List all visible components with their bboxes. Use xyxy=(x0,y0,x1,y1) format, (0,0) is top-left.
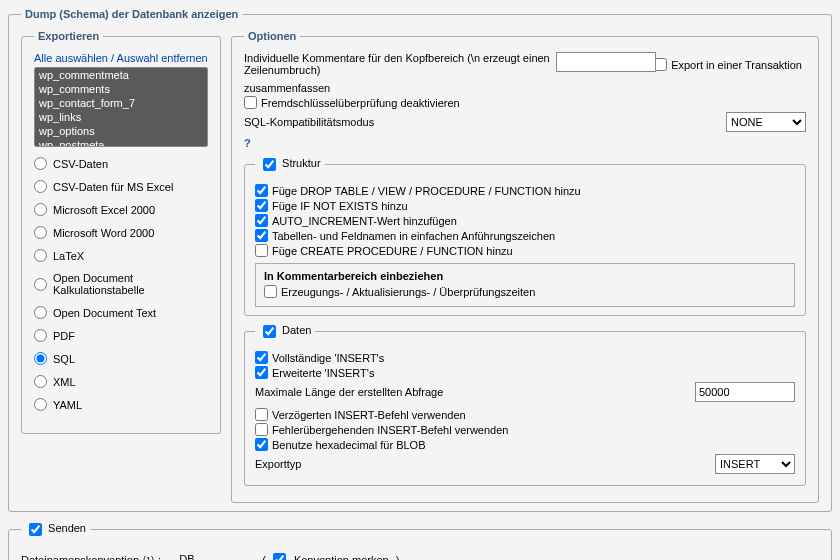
dump-schema-panel: Dump (Schema) der Datenbank anzeigen Exp… xyxy=(8,8,832,512)
sql-compat-label: SQL-Kompatibilitätsmodus xyxy=(244,116,726,128)
exporttype-select[interactable]: INSERT xyxy=(715,454,795,474)
struktur-enable-checkbox[interactable] xyxy=(263,158,276,171)
daten-legend-cb: Daten xyxy=(255,322,315,341)
select-all-link[interactable]: Alle auswählen xyxy=(34,52,108,64)
format-option[interactable]: SQL xyxy=(34,352,208,365)
table-option[interactable]: wp_links xyxy=(35,110,207,124)
createproc-checkbox[interactable] xyxy=(255,244,268,257)
table-option[interactable]: wp_postmeta xyxy=(35,138,207,147)
quotes-checkbox[interactable] xyxy=(255,229,268,242)
format-radio[interactable] xyxy=(34,329,47,342)
format-option[interactable]: Microsoft Excel 2000 xyxy=(34,203,208,216)
format-radio[interactable] xyxy=(34,278,47,291)
filename-input[interactable] xyxy=(165,553,255,560)
ignore-checkbox[interactable] xyxy=(255,423,268,436)
export-transaction-label: Export in einer Transaktion xyxy=(671,59,802,71)
comment-include-box: In Kommentarbereich einbeziehen Erzeugun… xyxy=(255,263,795,307)
disable-fk-label: Fremdschlüsselüberprüfung deaktivieren xyxy=(261,97,460,109)
format-radio[interactable] xyxy=(34,180,47,193)
format-label: SQL xyxy=(53,353,75,365)
send-enable-checkbox[interactable] xyxy=(29,523,42,536)
format-option[interactable]: CSV-Daten xyxy=(34,157,208,170)
unselect-all-link[interactable]: Auswahl entfernen xyxy=(117,52,208,64)
comment-input[interactable] xyxy=(556,52,656,72)
format-option[interactable]: Open Document Text xyxy=(34,306,208,319)
export-legend: Exportieren xyxy=(34,30,103,42)
format-radio[interactable] xyxy=(34,203,47,216)
format-label: PDF xyxy=(53,330,75,342)
comment-label: Individuelle Kommentare für den Kopfbere… xyxy=(244,52,554,76)
main-legend: Dump (Schema) der Datenbank anzeigen xyxy=(21,8,242,20)
times-checkbox[interactable] xyxy=(264,285,277,298)
format-radio[interactable] xyxy=(34,398,47,411)
disable-fk-checkbox[interactable] xyxy=(244,96,257,109)
export-transaction-checkbox[interactable] xyxy=(654,58,667,71)
format-option[interactable]: Microsoft Word 2000 xyxy=(34,226,208,239)
format-option[interactable]: YAML xyxy=(34,398,208,411)
format-label: LaTeX xyxy=(53,250,84,262)
format-radio[interactable] xyxy=(34,249,47,262)
table-option[interactable]: wp_contact_form_7 xyxy=(35,96,207,110)
table-option[interactable]: wp_commentmeta xyxy=(35,68,207,82)
hex-blob-checkbox[interactable] xyxy=(255,438,268,451)
sql-compat-select[interactable]: NONE xyxy=(726,112,806,132)
format-option[interactable]: PDF xyxy=(34,329,208,342)
complete-insert-checkbox[interactable] xyxy=(255,351,268,364)
ifnotexists-checkbox[interactable] xyxy=(255,199,268,212)
delayed-checkbox[interactable] xyxy=(255,408,268,421)
format-label: XML xyxy=(53,376,76,388)
format-label: CSV-Daten xyxy=(53,158,108,170)
table-option[interactable]: wp_comments xyxy=(35,82,207,96)
send-legend-cb: Senden xyxy=(21,520,90,539)
remember-label: Konvention merken xyxy=(294,554,389,561)
help-icon[interactable]: ? xyxy=(244,137,251,149)
filename-label: Dateinamenskonvention xyxy=(21,554,139,561)
filename-sup: (1) xyxy=(143,555,154,561)
format-radio[interactable] xyxy=(34,375,47,388)
exporttype-label: Exporttyp xyxy=(255,458,715,470)
struktur-fieldset: Struktur Füge DROP TABLE / VIEW / PROCED… xyxy=(244,155,806,316)
tables-multiselect[interactable]: wp_commentmetawp_commentswp_contact_form… xyxy=(34,67,208,147)
format-label: YAML xyxy=(53,399,82,411)
format-label: Microsoft Word 2000 xyxy=(53,227,154,239)
options-fieldset: Optionen Individuelle Kommentare für den… xyxy=(231,30,819,503)
maxlen-input[interactable] xyxy=(695,382,795,402)
format-label: Open Document Kalkulationstabelle xyxy=(53,272,208,296)
daten-fieldset: Daten Vollständige 'INSERT's Erweiterte … xyxy=(244,322,806,486)
format-label: CSV-Daten für MS Excel xyxy=(53,181,173,193)
table-option[interactable]: wp_options xyxy=(35,124,207,138)
format-radio[interactable] xyxy=(34,306,47,319)
format-label: Microsoft Excel 2000 xyxy=(53,204,155,216)
format-radio[interactable] xyxy=(34,157,47,170)
maxlen-label: Maximale Länge der erstellten Abfrage xyxy=(255,386,695,398)
extended-insert-checkbox[interactable] xyxy=(255,366,268,379)
remember-checkbox[interactable] xyxy=(273,553,286,560)
table-select-links: Alle auswählen / Auswahl entfernen xyxy=(34,52,208,64)
drop-checkbox[interactable] xyxy=(255,184,268,197)
daten-enable-checkbox[interactable] xyxy=(263,325,276,338)
struktur-legend-cb: Struktur xyxy=(255,155,325,174)
send-fieldset: Senden Dateinamenskonvention (1): ( Konv… xyxy=(8,520,832,560)
format-option[interactable]: Open Document Kalkulationstabelle xyxy=(34,272,208,296)
options-legend: Optionen xyxy=(244,30,300,42)
format-label: Open Document Text xyxy=(53,307,156,319)
format-radio[interactable] xyxy=(34,352,47,365)
zusammenfassen-label: zusammenfassen xyxy=(244,82,806,94)
format-radio[interactable] xyxy=(34,226,47,239)
format-option[interactable]: CSV-Daten für MS Excel xyxy=(34,180,208,193)
format-option[interactable]: XML xyxy=(34,375,208,388)
format-option[interactable]: LaTeX xyxy=(34,249,208,262)
autoinc-checkbox[interactable] xyxy=(255,214,268,227)
export-fieldset: Exportieren Alle auswählen / Auswahl ent… xyxy=(21,30,221,434)
